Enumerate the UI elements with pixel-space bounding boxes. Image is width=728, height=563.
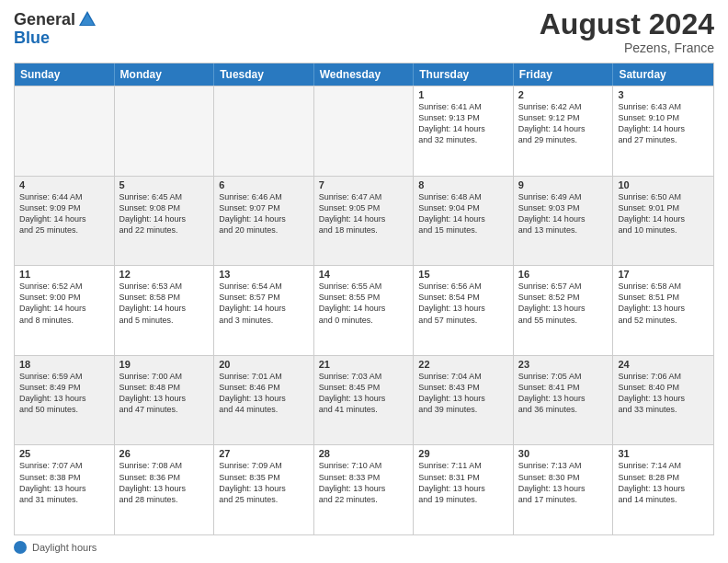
month-year-title: August 2024	[540, 9, 714, 39]
day-info: Sunrise: 6:46 AM Sunset: 9:07 PM Dayligh…	[219, 191, 309, 236]
day-number: 4	[19, 179, 109, 190]
logo-icon	[77, 9, 97, 29]
day-number: 20	[219, 359, 309, 370]
cal-cell-r0-c3	[314, 86, 415, 176]
day-info: Sunrise: 7:00 AM Sunset: 8:48 PM Dayligh…	[119, 371, 210, 416]
location-text: Pezens, France	[540, 40, 714, 55]
day-number: 10	[618, 179, 709, 190]
header: General Blue August 2024 Pezens, France	[14, 9, 714, 55]
cal-header-friday: Friday	[514, 63, 614, 86]
cal-cell-r2-c0: 11Sunrise: 6:52 AM Sunset: 9:00 PM Dayli…	[15, 266, 115, 355]
day-info: Sunrise: 7:06 AM Sunset: 8:40 PM Dayligh…	[618, 371, 709, 416]
cal-cell-r0-c0	[15, 86, 115, 176]
cal-header-wednesday: Wednesday	[314, 63, 415, 86]
daylight-icon	[14, 541, 27, 554]
day-info: Sunrise: 7:14 AM Sunset: 8:28 PM Dayligh…	[618, 460, 709, 505]
cal-cell-r4-c6: 31Sunrise: 7:14 AM Sunset: 8:28 PM Dayli…	[613, 445, 713, 534]
cal-cell-r4-c2: 27Sunrise: 7:09 AM Sunset: 8:35 PM Dayli…	[214, 445, 314, 534]
day-number: 18	[19, 359, 109, 370]
day-info: Sunrise: 6:57 AM Sunset: 8:52 PM Dayligh…	[518, 281, 609, 326]
day-info: Sunrise: 6:55 AM Sunset: 8:55 PM Dayligh…	[319, 281, 409, 326]
day-number: 8	[418, 179, 508, 190]
cal-row-4: 25Sunrise: 7:07 AM Sunset: 8:38 PM Dayli…	[15, 444, 713, 534]
cal-row-2: 11Sunrise: 6:52 AM Sunset: 9:00 PM Dayli…	[15, 265, 713, 355]
day-info: Sunrise: 6:56 AM Sunset: 8:54 PM Dayligh…	[418, 281, 508, 326]
cal-cell-r3-c1: 19Sunrise: 7:00 AM Sunset: 8:48 PM Dayli…	[115, 356, 215, 445]
day-info: Sunrise: 6:42 AM Sunset: 9:12 PM Dayligh…	[518, 101, 609, 146]
cal-cell-r3-c4: 22Sunrise: 7:04 AM Sunset: 8:43 PM Dayli…	[414, 356, 514, 445]
cal-cell-r2-c3: 14Sunrise: 6:55 AM Sunset: 8:55 PM Dayli…	[314, 266, 415, 355]
day-info: Sunrise: 6:47 AM Sunset: 9:05 PM Dayligh…	[319, 191, 409, 236]
cal-cell-r1-c2: 6Sunrise: 6:46 AM Sunset: 9:07 PM Daylig…	[214, 177, 314, 266]
day-info: Sunrise: 6:59 AM Sunset: 8:49 PM Dayligh…	[19, 371, 109, 416]
calendar-body: 1Sunrise: 6:41 AM Sunset: 9:13 PM Daylig…	[15, 86, 713, 534]
day-number: 28	[319, 448, 409, 459]
day-info: Sunrise: 6:45 AM Sunset: 9:08 PM Dayligh…	[119, 191, 210, 236]
day-info: Sunrise: 7:03 AM Sunset: 8:45 PM Dayligh…	[319, 371, 409, 416]
cal-row-1: 4Sunrise: 6:44 AM Sunset: 9:09 PM Daylig…	[15, 176, 713, 266]
day-number: 21	[319, 359, 409, 370]
day-number: 30	[518, 448, 609, 459]
day-number: 22	[418, 359, 508, 370]
footer: Daylight hours	[14, 541, 714, 554]
day-info: Sunrise: 6:54 AM Sunset: 8:57 PM Dayligh…	[219, 281, 309, 326]
cal-cell-r2-c1: 12Sunrise: 6:53 AM Sunset: 8:58 PM Dayli…	[115, 266, 215, 355]
cal-cell-r2-c4: 15Sunrise: 6:56 AM Sunset: 8:54 PM Dayli…	[414, 266, 514, 355]
day-number: 13	[219, 269, 309, 280]
cal-cell-r1-c1: 5Sunrise: 6:45 AM Sunset: 9:08 PM Daylig…	[115, 177, 215, 266]
cal-cell-r2-c6: 17Sunrise: 6:58 AM Sunset: 8:51 PM Dayli…	[613, 266, 713, 355]
day-number: 26	[119, 448, 210, 459]
cal-header-monday: Monday	[115, 63, 215, 86]
logo: General Blue	[14, 9, 97, 47]
cal-cell-r4-c4: 29Sunrise: 7:11 AM Sunset: 8:31 PM Dayli…	[414, 445, 514, 534]
day-number: 25	[19, 448, 109, 459]
day-number: 31	[618, 448, 709, 459]
day-info: Sunrise: 6:53 AM Sunset: 8:58 PM Dayligh…	[119, 281, 210, 326]
day-number: 12	[119, 269, 210, 280]
day-info: Sunrise: 7:04 AM Sunset: 8:43 PM Dayligh…	[418, 371, 508, 416]
day-number: 6	[219, 179, 309, 190]
cal-cell-r2-c5: 16Sunrise: 6:57 AM Sunset: 8:52 PM Dayli…	[514, 266, 614, 355]
day-info: Sunrise: 6:58 AM Sunset: 8:51 PM Dayligh…	[618, 281, 709, 326]
day-number: 2	[518, 89, 609, 100]
page: General Blue August 2024 Pezens, France …	[0, 0, 728, 563]
day-info: Sunrise: 6:41 AM Sunset: 9:13 PM Dayligh…	[418, 101, 508, 146]
cal-cell-r1-c3: 7Sunrise: 6:47 AM Sunset: 9:05 PM Daylig…	[314, 177, 415, 266]
day-info: Sunrise: 6:49 AM Sunset: 9:03 PM Dayligh…	[518, 191, 609, 236]
cal-cell-r4-c3: 28Sunrise: 7:10 AM Sunset: 8:33 PM Dayli…	[314, 445, 415, 534]
cal-header-sunday: Sunday	[15, 63, 115, 86]
day-number: 5	[119, 179, 210, 190]
cal-cell-r3-c0: 18Sunrise: 6:59 AM Sunset: 8:49 PM Dayli…	[15, 356, 115, 445]
day-number: 3	[618, 89, 709, 100]
cal-cell-r3-c2: 20Sunrise: 7:01 AM Sunset: 8:46 PM Dayli…	[214, 356, 314, 445]
day-number: 27	[219, 448, 309, 459]
cal-cell-r0-c6: 3Sunrise: 6:43 AM Sunset: 9:10 PM Daylig…	[613, 86, 713, 176]
day-info: Sunrise: 6:50 AM Sunset: 9:01 PM Dayligh…	[618, 191, 709, 236]
day-number: 29	[418, 448, 508, 459]
cal-cell-r4-c5: 30Sunrise: 7:13 AM Sunset: 8:30 PM Dayli…	[514, 445, 614, 534]
day-number: 15	[418, 269, 508, 280]
day-info: Sunrise: 7:07 AM Sunset: 8:38 PM Dayligh…	[19, 460, 109, 505]
cal-header-thursday: Thursday	[414, 63, 514, 86]
day-number: 16	[518, 269, 609, 280]
day-info: Sunrise: 7:09 AM Sunset: 8:35 PM Dayligh…	[219, 460, 309, 505]
cal-row-3: 18Sunrise: 6:59 AM Sunset: 8:49 PM Dayli…	[15, 355, 713, 445]
title-section: August 2024 Pezens, France	[540, 9, 714, 55]
cal-row-0: 1Sunrise: 6:41 AM Sunset: 9:13 PM Daylig…	[15, 86, 713, 176]
cal-header-saturday: Saturday	[613, 63, 713, 86]
cal-cell-r1-c6: 10Sunrise: 6:50 AM Sunset: 9:01 PM Dayli…	[613, 177, 713, 266]
day-number: 1	[418, 89, 508, 100]
day-info: Sunrise: 7:11 AM Sunset: 8:31 PM Dayligh…	[418, 460, 508, 505]
day-info: Sunrise: 6:43 AM Sunset: 9:10 PM Dayligh…	[618, 101, 709, 146]
day-number: 7	[319, 179, 409, 190]
day-number: 14	[319, 269, 409, 280]
cal-cell-r0-c2	[214, 86, 314, 176]
cal-header-tuesday: Tuesday	[214, 63, 314, 86]
daylight-label: Daylight hours	[32, 542, 97, 553]
logo-general-text: General	[14, 11, 75, 28]
day-number: 17	[618, 269, 709, 280]
cal-cell-r1-c4: 8Sunrise: 6:48 AM Sunset: 9:04 PM Daylig…	[414, 177, 514, 266]
day-number: 19	[119, 359, 210, 370]
day-number: 23	[518, 359, 609, 370]
cal-cell-r0-c5: 2Sunrise: 6:42 AM Sunset: 9:12 PM Daylig…	[514, 86, 614, 176]
